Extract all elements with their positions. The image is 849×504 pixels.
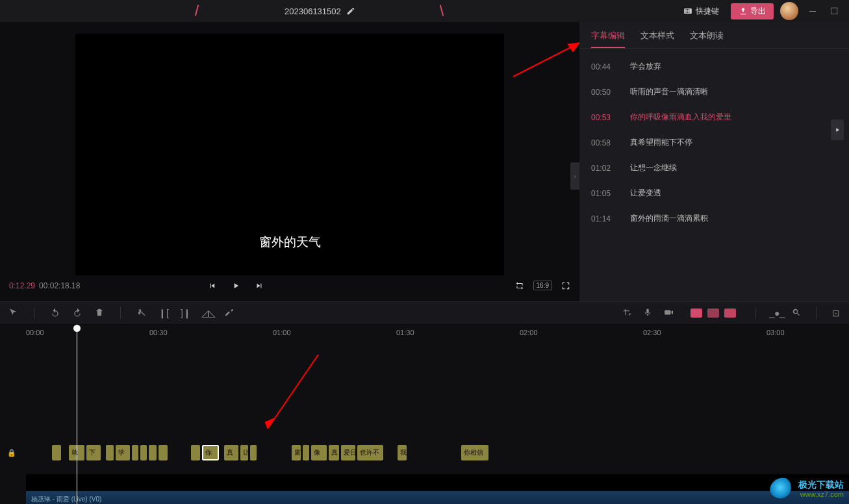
panel-collapse-button[interactable]: › — [570, 162, 579, 190]
mic-icon[interactable] — [641, 308, 654, 319]
timeline-clip[interactable] — [303, 445, 309, 460]
aspect-ratio[interactable]: 16:9 — [533, 281, 552, 290]
fit-timeline[interactable]: ⊡ — [830, 308, 843, 318]
subtitle-text: 听雨的声音一滴滴清晰 — [630, 86, 708, 97]
subtitle-timestamp: 00:53 — [591, 113, 617, 122]
annotation-arrow-tab — [507, 38, 591, 83]
minimize-button[interactable]: ─ — [805, 3, 820, 19]
svg-marker-1 — [265, 418, 274, 429]
snap-option-3[interactable] — [724, 309, 736, 318]
export-button[interactable]: 导出 — [731, 3, 774, 19]
subtitle-play-button[interactable] — [831, 120, 844, 140]
fullscreen-icon[interactable] — [561, 281, 570, 290]
audio-clip-label: 杨丞琳 - 雨爱 (Live) (V0) — [31, 495, 101, 504]
timeline-clip[interactable]: 爱日 — [341, 445, 355, 460]
redo-button[interactable] — [71, 308, 84, 319]
tab-text-style[interactable]: 文本样式 — [640, 30, 674, 48]
shortcuts-button[interactable]: 快捷键 — [678, 3, 724, 19]
track-side-controls: 🔒 — [0, 445, 23, 460]
track-area: 🔒 就下学你真让窗像真爱日也许不我你相信 杨丞琳 - 雨爱 (Live) (V0… — [0, 344, 849, 474]
timeline-clip[interactable]: 你相信 — [461, 445, 488, 460]
subtitle-track[interactable]: 就下学你真让窗像真爱日也许不我你相信 — [52, 445, 849, 460]
timeline-clip[interactable]: 真 — [329, 445, 339, 460]
main-area: 窗外的天气 0:12.29 00:02:18.18 16:9 — [0, 22, 849, 301]
player-right: 16:9 — [515, 281, 570, 290]
snap-controls — [691, 309, 742, 318]
pointer-tool[interactable] — [6, 308, 19, 319]
video-canvas[interactable]: 窗外的天气 — [75, 34, 504, 275]
snap-option-2[interactable] — [707, 309, 719, 318]
timeline-toolbar: ❙[ ]❙ ◿◺ ⎯●⎯ ⊡ — [0, 301, 849, 325]
audio-track[interactable]: 杨丞琳 - 雨爱 (Live) (V0) — [26, 474, 849, 504]
tab-subtitle-edit[interactable]: 字幕编辑 — [591, 30, 625, 48]
maximize-button[interactable]: ☐ — [827, 3, 843, 19]
timeline-clip[interactable]: 你 — [202, 445, 219, 460]
split-left[interactable]: ❙[ — [157, 308, 170, 318]
playhead[interactable] — [77, 325, 77, 504]
timeline[interactable]: 00:00 00:30 01:00 01:30 02:00 02:30 03:0… — [0, 325, 849, 504]
ruler-mark: 02:30 — [643, 329, 661, 336]
subtitle-timestamp: 00:44 — [591, 62, 617, 71]
timeline-clip[interactable] — [250, 445, 257, 460]
timeline-clip[interactable]: 学 — [116, 445, 130, 460]
tab-text-read[interactable]: 文本朗读 — [690, 30, 724, 48]
timeline-clip[interactable] — [149, 445, 157, 460]
timeline-clip[interactable] — [158, 445, 168, 460]
timeline-clip[interactable] — [191, 445, 200, 460]
timeline-clip[interactable]: 让 — [240, 445, 248, 460]
timeline-clip[interactable]: 我 — [398, 445, 407, 460]
subtitle-text: 你的呼吸像雨滴血入我的爱里 — [630, 112, 731, 123]
project-name: 202306131502 — [285, 6, 341, 16]
subtitle-row[interactable]: 00:50听雨的声音一滴滴清晰 — [579, 79, 849, 105]
project-title[interactable]: 202306131502 — [285, 6, 355, 16]
mirror-tool[interactable]: ◿◺ — [201, 308, 214, 318]
track-lock-icon[interactable]: 🔒 — [0, 445, 23, 460]
ruler-mark: 01:30 — [396, 329, 414, 336]
zoom-icon[interactable] — [790, 308, 803, 319]
prev-button[interactable] — [208, 281, 217, 290]
subtitle-timestamp: 01:14 — [591, 214, 617, 223]
timeline-clip[interactable]: 窗 — [292, 445, 301, 460]
watermark-name: 极光下载站 — [798, 479, 844, 490]
razor-tool[interactable] — [223, 308, 236, 319]
edit-icon[interactable] — [346, 6, 355, 16]
timeline-clip[interactable] — [106, 445, 114, 460]
timeline-clip[interactable]: 也许不 — [357, 445, 383, 460]
subtitle-row[interactable]: 00:44学会放弃 — [579, 54, 849, 79]
delete-button[interactable] — [93, 308, 106, 319]
subtitle-row[interactable]: 01:05让爱变透 — [579, 181, 849, 206]
right-panel-tabs: 字幕编辑 文本样式 文本朗读 — [579, 22, 849, 49]
watermark: 极光下载站 www.xz7.com — [770, 478, 844, 500]
video-track-empty[interactable] — [26, 474, 849, 491]
record-icon[interactable] — [662, 308, 675, 319]
subtitle-row[interactable]: 01:02让想一念继续 — [579, 155, 849, 181]
split-right[interactable]: ]❙ — [179, 308, 192, 318]
next-button[interactable] — [255, 281, 264, 290]
zoom-slider-icon[interactable]: ⎯●⎯ — [769, 308, 782, 318]
subtitle-overlay: 窗外的天气 — [259, 234, 321, 251]
watermark-url: www.xz7.com — [798, 490, 844, 499]
timeline-clip[interactable]: 像 — [311, 445, 327, 460]
undo-button[interactable] — [49, 308, 62, 319]
current-time: 0:12.29 — [9, 281, 35, 290]
subtitle-timestamp: 01:05 — [591, 189, 617, 198]
timeline-clip[interactable]: 真 — [224, 445, 238, 460]
timeline-clip[interactable] — [140, 445, 147, 460]
snap-option-1[interactable] — [691, 309, 702, 318]
subtitle-row[interactable]: 00:58真希望雨能下不停 — [579, 130, 849, 155]
crop-tool[interactable] — [620, 308, 633, 319]
timeline-clip[interactable]: 下 — [86, 445, 101, 460]
subtitle-row[interactable]: 01:14窗外的雨滴一滴滴累积 — [579, 206, 849, 231]
play-button[interactable] — [231, 281, 240, 290]
ruler-mark: 00:00 — [26, 329, 44, 336]
timeline-clip[interactable] — [132, 445, 138, 460]
cut-tool[interactable] — [135, 308, 148, 319]
subtitle-row[interactable]: 00:53你的呼吸像雨滴血入我的爱里 — [579, 105, 849, 130]
export-icon — [739, 6, 748, 16]
timeline-clip[interactable] — [52, 445, 61, 460]
user-avatar[interactable] — [780, 2, 798, 20]
timeline-ruler[interactable]: 00:00 00:30 01:00 01:30 02:00 02:30 03:0… — [0, 325, 849, 344]
audio-waveform[interactable]: 杨丞琳 - 雨爱 (Live) (V0) — [26, 491, 849, 504]
loop-icon[interactable] — [515, 281, 524, 290]
subtitle-list[interactable]: 00:44学会放弃00:50听雨的声音一滴滴清晰00:53你的呼吸像雨滴血入我的… — [579, 49, 849, 301]
